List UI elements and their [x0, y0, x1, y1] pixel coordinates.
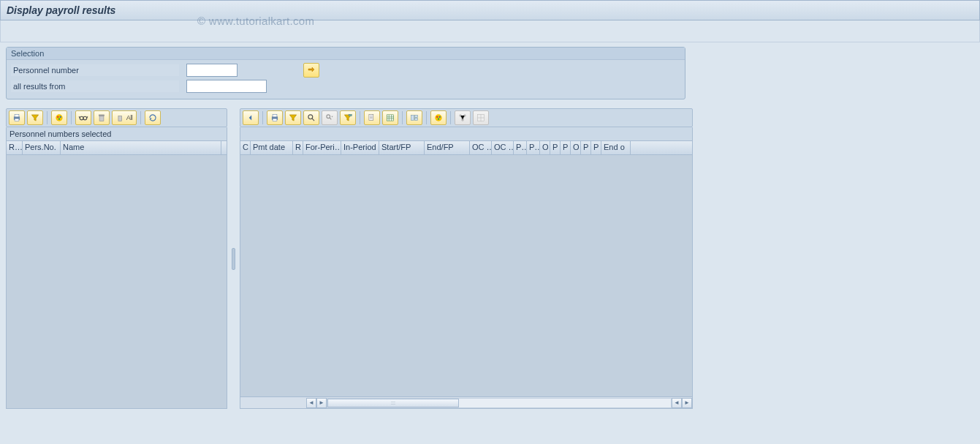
toolbar-separator	[140, 111, 141, 124]
column-header[interactable]: Pmt date	[251, 141, 293, 154]
svg-point-6	[58, 118, 60, 120]
all-results-from-input[interactable]	[186, 80, 267, 93]
print-button[interactable]	[267, 110, 283, 125]
right-column-headers: CPmt dateRFor-Peri…In-PeriodStart/FPEnd/…	[240, 140, 692, 155]
svg-point-26	[438, 118, 439, 120]
left-grid-area[interactable]	[7, 155, 227, 408]
column-header[interactable]: Name	[61, 141, 221, 154]
layout-button[interactable]	[406, 110, 422, 125]
refresh-button[interactable]	[145, 110, 161, 125]
multiple-selection-button[interactable]	[303, 63, 319, 78]
svg-rect-21	[415, 116, 418, 118]
spreadsheet-button[interactable]	[382, 110, 398, 125]
column-header[interactable]: R…	[7, 141, 23, 154]
all-results-from-label: all results from	[11, 80, 179, 92]
graph-button	[455, 110, 471, 125]
right-grid-area[interactable]	[240, 155, 692, 396]
svg-rect-19	[387, 115, 393, 121]
svg-point-23	[435, 114, 441, 121]
column-header[interactable]: P	[561, 141, 571, 154]
find-next-icon	[324, 113, 335, 123]
all-results-from-row: all results from	[11, 80, 680, 93]
scrollbar-track[interactable]: :::	[327, 398, 672, 408]
filter-button[interactable]	[285, 110, 301, 125]
toolbar-separator	[262, 111, 263, 124]
svg-rect-22	[415, 118, 418, 121]
column-header[interactable]: P	[591, 141, 601, 154]
delete-icon	[96, 113, 107, 123]
column-header[interactable]: End o	[601, 141, 631, 154]
graph-icon	[457, 113, 468, 123]
find-button[interactable]	[303, 110, 319, 125]
glasses-button[interactable]	[75, 110, 91, 125]
color-button[interactable]	[430, 110, 447, 125]
column-header[interactable]: OC …	[492, 141, 514, 154]
column-header[interactable]: In-Period	[341, 141, 379, 154]
print-button[interactable]	[9, 110, 25, 125]
color-icon	[433, 113, 444, 123]
delete-all-icon	[116, 113, 126, 123]
column-header[interactable]: Pers.No.	[23, 141, 61, 154]
svg-rect-11	[118, 116, 122, 121]
export-icon	[367, 113, 377, 123]
svg-rect-1	[15, 114, 19, 117]
column-header[interactable]: R	[293, 141, 303, 154]
color-icon	[54, 113, 64, 123]
back-button[interactable]	[243, 110, 259, 125]
color-button[interactable]	[51, 110, 67, 125]
svg-point-24	[436, 116, 438, 118]
svg-point-5	[60, 116, 61, 118]
column-header[interactable]: O	[540, 141, 550, 154]
splitter-handle[interactable]	[232, 108, 235, 409]
delete-button[interactable]	[94, 110, 110, 125]
delete-all-button[interactable]: All	[112, 110, 137, 125]
grid-icon	[476, 113, 486, 123]
funnel-icon	[343, 113, 353, 123]
right-horizontal-scrollbar[interactable]: ◄ ► ::: ◄ ►	[240, 396, 692, 408]
delete-all-icon-label: All	[126, 114, 133, 121]
title-bar: Display payroll results	[0, 0, 980, 20]
column-header[interactable]: O	[571, 141, 581, 154]
column-header[interactable]: P	[581, 141, 591, 154]
column-header[interactable]: OC …	[470, 141, 492, 154]
column-header[interactable]: C	[240, 141, 251, 154]
filter-button[interactable]	[27, 110, 43, 125]
svg-point-3	[56, 114, 62, 121]
left-column-headers: R…Pers.No.Name	[7, 140, 227, 155]
refresh-icon	[148, 113, 158, 123]
scroll-left2-arrow-icon[interactable]: ◄	[672, 398, 682, 408]
print-icon	[12, 113, 22, 123]
column-header[interactable]: Start/FP	[379, 141, 425, 154]
right-alv: CPmt dateRFor-Peri…In-PeriodStart/FPEnd/…	[240, 108, 693, 409]
left-alv: All Personnel numbers selected R…Pers.No…	[6, 108, 227, 409]
toolbar-separator	[402, 111, 403, 124]
column-header[interactable]: P…	[514, 141, 527, 154]
scrollbar-thumb[interactable]: :::	[327, 399, 459, 407]
toolbar-separator	[47, 111, 48, 124]
arrow-right-icon	[307, 65, 316, 75]
svg-point-4	[57, 116, 58, 118]
find-icon	[306, 113, 316, 123]
personnel-number-input[interactable]	[186, 64, 238, 77]
left-alv-toolbar: All	[6, 108, 227, 127]
scroll-left-arrow-icon[interactable]: ◄	[306, 398, 316, 408]
column-header[interactable]: P	[550, 141, 561, 154]
funnel-button[interactable]	[340, 110, 356, 125]
scroll-right-arrow-icon[interactable]: ►	[316, 398, 327, 408]
export-button[interactable]	[364, 110, 380, 125]
filter-icon	[30, 113, 40, 123]
column-header[interactable]: P…	[527, 141, 540, 154]
column-header[interactable]: For-Peri…	[303, 141, 341, 154]
right-alv-caption-spacer	[240, 127, 692, 140]
application-toolbar	[0, 20, 980, 42]
svg-point-16	[327, 115, 330, 118]
scroll-right2-arrow-icon[interactable]: ►	[682, 398, 692, 408]
toolbar-separator	[71, 111, 72, 124]
back-icon	[246, 113, 256, 123]
svg-rect-2	[15, 118, 19, 121]
svg-rect-10	[99, 115, 105, 116]
column-header[interactable]: End/FP	[425, 141, 470, 154]
selection-panel: Selection Personnel number all results f…	[6, 47, 685, 99]
svg-rect-17	[349, 114, 352, 116]
selection-panel-header: Selection	[7, 48, 685, 60]
